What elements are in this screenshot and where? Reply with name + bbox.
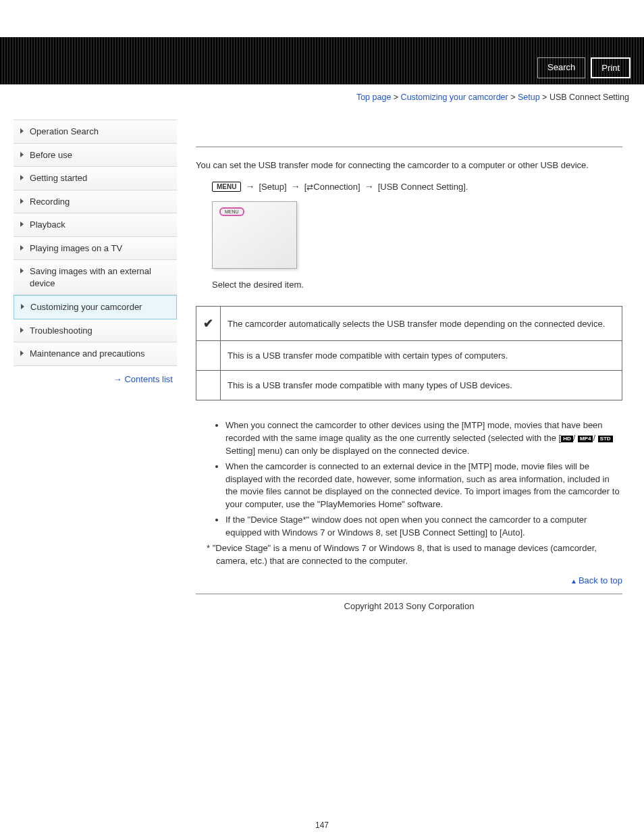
sidebar-item-saving-external[interactable]: Saving images with an external device	[14, 260, 177, 295]
sidebar-item-playing-tv[interactable]: Playing images on a TV	[14, 237, 177, 261]
back-to-top: ▲Back to top	[196, 567, 622, 594]
notes-section: When you connect the camcorder to other …	[196, 419, 622, 567]
breadcrumb-setup[interactable]: Setup	[518, 93, 540, 102]
breadcrumb: Top page > Customizing your camcorder > …	[0, 84, 644, 107]
step-connection: Connection]	[313, 182, 360, 192]
device-menu-highlight: MENU	[219, 207, 244, 216]
arrow-icon: →	[291, 181, 300, 192]
sidebar-item-troubleshooting[interactable]: Troubleshooting	[14, 319, 177, 343]
sidebar: Operation Search Before use Getting star…	[14, 107, 177, 645]
breadcrumb-current: USB Connect Setting	[549, 93, 629, 102]
sidebar-item-before-use[interactable]: Before use	[14, 144, 177, 167]
menu-icon: MENU	[212, 182, 241, 192]
main-content: You can set the USB transfer mode for co…	[177, 107, 630, 645]
page-number: 147	[0, 645, 644, 834]
mp4-format-icon: MP4	[578, 436, 593, 442]
arrow-right-icon: →	[113, 374, 122, 384]
footer-copyright: Copyright 2013 Sony Corporation	[196, 594, 622, 631]
table-row: This is a USB transfer mode compatible w…	[196, 371, 622, 400]
sidebar-item-customizing[interactable]: Customizing your camcorder	[14, 295, 177, 319]
check-icon: ✔	[196, 307, 221, 341]
std-format-icon: STD	[598, 436, 613, 442]
sidebar-item-operation-search[interactable]: Operation Search	[14, 120, 177, 144]
triangle-up-icon: ▲	[570, 577, 577, 585]
device-illustration: MENU	[212, 201, 297, 269]
breadcrumb-customizing[interactable]: Customizing your camcorder	[401, 93, 508, 102]
sidebar-item-playback[interactable]: Playback	[14, 213, 177, 237]
intro-text: You can set the USB transfer mode for co…	[196, 159, 622, 172]
footnote: * "Device Stage" is a menu of Windows 7 …	[201, 542, 622, 568]
table-row: This is a USB transfer mode compatible w…	[196, 341, 622, 371]
mode-mtp-desc: This is a USB transfer mode compatible w…	[221, 341, 622, 371]
mode-auto-desc: The camcorder automatically selects the …	[221, 307, 622, 341]
print-button[interactable]: Print	[591, 57, 630, 78]
contents-list-link[interactable]: Contents list	[124, 374, 173, 384]
back-to-top-link[interactable]: Back to top	[579, 575, 622, 585]
note-item: When the camcorder is connected to an ex…	[225, 461, 622, 511]
header-bar: Search Print	[0, 37, 644, 84]
note-item: If the "Device Stage*" window does not o…	[225, 514, 622, 540]
connection-icon: ⇄	[306, 182, 313, 192]
select-instruction: Select the desired item.	[212, 280, 622, 290]
step-final: [USB Connect Setting].	[378, 182, 468, 192]
title-divider	[196, 147, 622, 147]
hd-format-icon: HD	[561, 436, 573, 442]
mode-mass-desc: This is a USB transfer mode compatible w…	[221, 371, 622, 400]
arrow-icon: →	[365, 181, 374, 192]
table-row: ✔ The camcorder automatically selects th…	[196, 307, 622, 341]
step-setup: [Setup]	[259, 182, 286, 192]
sidebar-item-recording[interactable]: Recording	[14, 190, 177, 214]
menu-path: MENU → [Setup] → [⇄Connection] → [USB Co…	[212, 181, 622, 192]
sidebar-item-getting-started[interactable]: Getting started	[14, 167, 177, 190]
sidebar-item-maintenance[interactable]: Maintenance and precautions	[14, 342, 177, 366]
note-item: When you connect the camcorder to other …	[225, 419, 622, 458]
search-button[interactable]: Search	[537, 57, 585, 78]
arrow-icon: →	[245, 181, 254, 192]
breadcrumb-top[interactable]: Top page	[356, 93, 391, 102]
mode-table: ✔ The camcorder automatically selects th…	[196, 306, 622, 400]
